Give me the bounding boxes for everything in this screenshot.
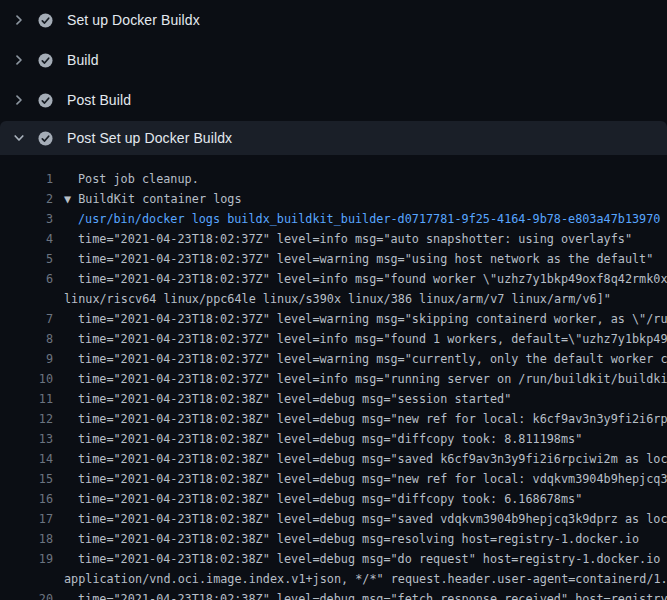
log-text: time="2021-04-23T18:02:37Z" level=info m… <box>53 229 632 249</box>
log-row: 16time="2021-04-23T18:02:38Z" level=debu… <box>0 489 667 509</box>
line-number[interactable]: 10 <box>0 369 53 389</box>
log-text: time="2021-04-23T18:02:37Z" level=warnin… <box>53 309 667 329</box>
log-row: 10time="2021-04-23T18:02:37Z" level=info… <box>0 369 667 389</box>
log-row: linux/riscv64 linux/ppc64le linux/s390x … <box>0 289 667 309</box>
line-number[interactable]: 13 <box>0 429 53 449</box>
log-text: application/vnd.oci.image.index.v1+json,… <box>53 569 667 589</box>
log-rows: 1Post job cleanup.2▼ BuildKit container … <box>0 169 667 600</box>
step-label: Set up Docker Buildx <box>67 12 200 28</box>
step-label: Build <box>67 52 99 68</box>
log-row: 5time="2021-04-23T18:02:37Z" level=warni… <box>0 249 667 269</box>
line-number[interactable]: 8 <box>0 329 53 349</box>
chevron-right-icon <box>11 12 27 28</box>
line-number <box>0 569 53 589</box>
log-text: time="2021-04-23T18:02:38Z" level=debug … <box>53 429 582 449</box>
line-number[interactable]: 6 <box>0 269 53 289</box>
check-circle-icon <box>38 131 53 146</box>
check-circle-icon <box>38 93 53 108</box>
log-text: time="2021-04-23T18:02:37Z" level=info m… <box>53 369 667 389</box>
log-viewer: 1Post job cleanup.2▼ BuildKit container … <box>0 155 667 600</box>
log-text: linux/riscv64 linux/ppc64le linux/s390x … <box>53 289 611 309</box>
step-list: Set up Docker Buildx Build Post Build Po… <box>0 0 667 155</box>
log-text: time="2021-04-23T18:02:38Z" level=debug … <box>53 409 667 429</box>
line-number[interactable]: 15 <box>0 469 53 489</box>
log-text: time="2021-04-23T18:02:37Z" level=info m… <box>53 329 667 349</box>
log-text: time="2021-04-23T18:02:37Z" level=info m… <box>53 269 667 289</box>
log-row: 2▼ BuildKit container logs <box>0 189 667 209</box>
log-row: 7time="2021-04-23T18:02:37Z" level=warni… <box>0 309 667 329</box>
step-label: Post Set up Docker Buildx <box>67 130 232 146</box>
line-number[interactable]: 2 <box>0 189 53 209</box>
log-row: 15time="2021-04-23T18:02:38Z" level=debu… <box>0 469 667 489</box>
log-row: 14time="2021-04-23T18:02:38Z" level=debu… <box>0 449 667 469</box>
line-number[interactable]: 12 <box>0 409 53 429</box>
log-text: time="2021-04-23T18:02:38Z" level=debug … <box>53 389 511 409</box>
log-row: 20time="2021-04-23T18:02:38Z" level=debu… <box>0 589 667 600</box>
line-number[interactable]: 18 <box>0 529 53 549</box>
line-number[interactable]: 16 <box>0 489 53 509</box>
step-row-set-up-docker-buildx[interactable]: Set up Docker Buildx <box>0 0 667 40</box>
log-row: 19time="2021-04-23T18:02:38Z" level=debu… <box>0 549 667 569</box>
log-text: time="2021-04-23T18:02:38Z" level=debug … <box>53 549 667 569</box>
log-row: 11time="2021-04-23T18:02:38Z" level=debu… <box>0 389 667 409</box>
log-text: time="2021-04-23T18:02:38Z" level=debug … <box>53 449 667 469</box>
step-row-post-build[interactable]: Post Build <box>0 80 667 120</box>
log-text: time="2021-04-23T18:02:38Z" level=debug … <box>53 529 639 549</box>
chevron-down-icon <box>11 130 27 146</box>
line-number[interactable]: 9 <box>0 349 53 369</box>
log-command-text: /usr/bin/docker logs buildx_buildkit_bui… <box>53 209 660 229</box>
log-row: 13time="2021-04-23T18:02:38Z" level=debu… <box>0 429 667 449</box>
log-text: time="2021-04-23T18:02:38Z" level=debug … <box>53 469 667 489</box>
log-text: time="2021-04-23T18:02:37Z" level=warnin… <box>53 249 653 269</box>
log-row: 12time="2021-04-23T18:02:38Z" level=debu… <box>0 409 667 429</box>
check-circle-icon <box>38 13 53 28</box>
log-row: application/vnd.oci.image.index.v1+json,… <box>0 569 667 589</box>
log-row: 3/usr/bin/docker logs buildx_buildkit_bu… <box>0 209 667 229</box>
line-number[interactable]: 17 <box>0 509 53 529</box>
line-number[interactable]: 3 <box>0 209 53 229</box>
log-row: 17time="2021-04-23T18:02:38Z" level=debu… <box>0 509 667 529</box>
chevron-right-icon <box>11 92 27 108</box>
log-text: time="2021-04-23T18:02:38Z" level=debug … <box>53 589 667 600</box>
line-number[interactable]: 20 <box>0 589 53 600</box>
line-number[interactable]: 14 <box>0 449 53 469</box>
line-number[interactable]: 1 <box>0 169 53 189</box>
line-number[interactable]: 5 <box>0 249 53 269</box>
step-label: Post Build <box>67 92 131 108</box>
log-text: time="2021-04-23T18:02:38Z" level=debug … <box>53 509 667 529</box>
check-circle-icon <box>38 53 53 68</box>
log-row: 1Post job cleanup. <box>0 169 667 189</box>
line-number <box>0 289 53 309</box>
step-row-build[interactable]: Build <box>0 40 667 80</box>
log-row: 8time="2021-04-23T18:02:37Z" level=info … <box>0 329 667 349</box>
log-row: 4time="2021-04-23T18:02:37Z" level=info … <box>0 229 667 249</box>
log-row: 18time="2021-04-23T18:02:38Z" level=debu… <box>0 529 667 549</box>
log-text: time="2021-04-23T18:02:38Z" level=debug … <box>53 489 582 509</box>
log-text: Post job cleanup. <box>53 169 199 189</box>
line-number[interactable]: 11 <box>0 389 53 409</box>
chevron-right-icon <box>11 52 27 68</box>
log-text: time="2021-04-23T18:02:37Z" level=warnin… <box>53 349 667 369</box>
log-group-toggle[interactable]: ▼ BuildKit container logs <box>53 189 242 209</box>
line-number[interactable]: 4 <box>0 229 53 249</box>
step-row-post-set-up-docker-buildx[interactable]: Post Set up Docker Buildx <box>0 121 667 155</box>
line-number[interactable]: 19 <box>0 549 53 569</box>
log-row: 6time="2021-04-23T18:02:37Z" level=info … <box>0 269 667 289</box>
line-number[interactable]: 7 <box>0 309 53 329</box>
log-row: 9time="2021-04-23T18:02:37Z" level=warni… <box>0 349 667 369</box>
